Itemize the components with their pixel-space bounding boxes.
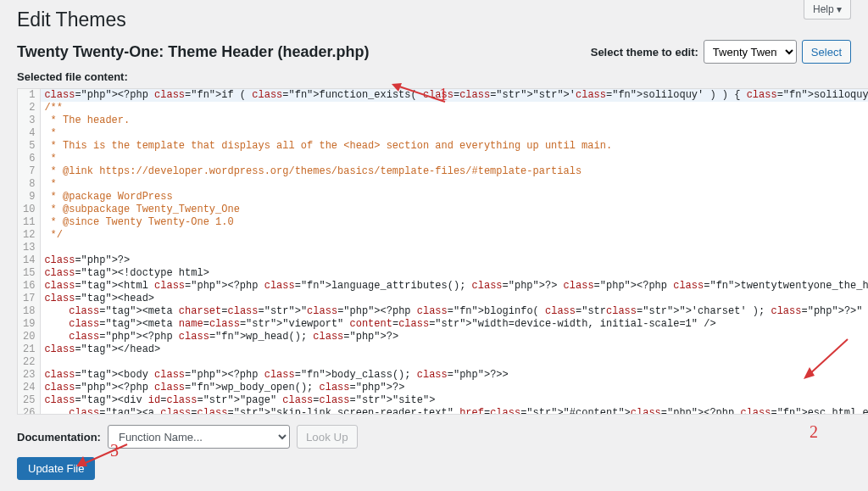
theme-select[interactable]: Twenty Twenty-C xyxy=(704,40,797,64)
lookup-button[interactable]: Look Up xyxy=(297,425,358,449)
page-title: Edit Themes xyxy=(17,8,851,31)
select-theme-label: Select theme to edit: xyxy=(591,46,698,59)
select-button[interactable]: Select xyxy=(802,40,851,64)
file-heading: Twenty Twenty-One: Theme Header (header.… xyxy=(17,43,369,61)
help-dropdown[interactable]: Help ▾ xyxy=(804,0,851,20)
code-editor[interactable]: 1234567891011121314151617181920212223242… xyxy=(17,88,868,415)
line-gutter: 1234567891011121314151617181920212223242… xyxy=(18,89,41,414)
documentation-select[interactable]: Function Name... xyxy=(108,425,290,449)
selected-file-label: Selected file content: xyxy=(17,70,868,83)
update-file-button[interactable]: Update File xyxy=(17,457,95,480)
code-content[interactable]: class="php"><?php class="fn">if ( class=… xyxy=(41,89,868,414)
documentation-label: Documentation: xyxy=(17,431,101,444)
